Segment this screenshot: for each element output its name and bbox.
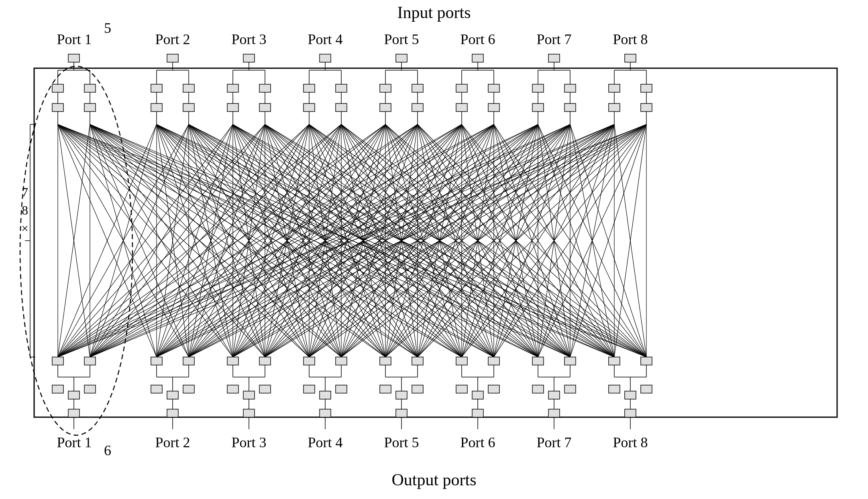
input-p1-top-node bbox=[68, 54, 79, 62]
input-p2-right-leaf bbox=[183, 84, 194, 92]
bottom-row-p6-left bbox=[456, 357, 467, 365]
output-port-3-label: Port 3 bbox=[231, 434, 266, 450]
top-row-p7-right bbox=[564, 103, 576, 112]
top-row-p2-right bbox=[183, 103, 194, 112]
output-port-8-label: Port 8 bbox=[613, 434, 648, 450]
out-p2-mid-node bbox=[167, 391, 178, 399]
input-p6-left-leaf bbox=[456, 84, 467, 92]
bottom-row-p2-left bbox=[151, 357, 162, 365]
out-p3-bottom-node bbox=[243, 409, 255, 417]
input-p7-left-leaf bbox=[532, 84, 544, 92]
input-p3-left-leaf bbox=[227, 84, 238, 92]
input-p1-left-leaf bbox=[52, 84, 63, 92]
label-8: 8 bbox=[22, 203, 28, 217]
out-p8-bottom-node bbox=[625, 409, 636, 417]
input-p8-right-leaf bbox=[641, 84, 652, 92]
output-port-1-label: Port 1 bbox=[57, 434, 92, 450]
bottom-row-p5-right bbox=[412, 357, 423, 365]
output-port-5-label: Port 5 bbox=[384, 434, 419, 450]
out-p3-right-mid bbox=[259, 385, 271, 393]
dashed-oval bbox=[20, 66, 132, 435]
output-ports-label: Output ports bbox=[391, 471, 476, 489]
out-p3-left-mid bbox=[227, 385, 238, 393]
bottom-row-p6-right bbox=[488, 357, 499, 365]
bottom-row-p8-right bbox=[641, 357, 652, 365]
label-x: × bbox=[21, 221, 29, 235]
input-ports-label: Input ports bbox=[397, 3, 471, 22]
out-p7-mid-node bbox=[548, 391, 560, 399]
top-row-p7-left bbox=[532, 103, 544, 112]
bottom-row-p4-right bbox=[336, 357, 347, 365]
input-p2-left-leaf bbox=[151, 84, 162, 92]
out-p6-right-mid bbox=[488, 385, 499, 393]
top-row-p8-left bbox=[609, 103, 620, 112]
top-row-p3-right bbox=[259, 103, 271, 112]
out-p6-left-mid bbox=[456, 385, 467, 393]
out-p4-right-mid bbox=[336, 385, 347, 393]
output-port-2-label: Port 2 bbox=[155, 434, 190, 450]
input-p6-right-leaf bbox=[488, 84, 499, 92]
input-p3-right-leaf bbox=[259, 84, 271, 92]
diagram-container: Input ports Port 1 Port 2 Port 3 Port 4 … bbox=[0, 0, 868, 499]
out-p8-mid-node bbox=[625, 391, 636, 399]
out-p1-left-mid bbox=[52, 385, 63, 393]
input-p4-left-leaf bbox=[304, 84, 315, 92]
top-row-p5-right bbox=[412, 103, 423, 112]
input-p5-top-node bbox=[396, 54, 407, 62]
out-p1-bottom-node bbox=[68, 409, 79, 417]
out-p4-left-mid bbox=[304, 385, 315, 393]
out-p7-left-mid bbox=[532, 385, 544, 393]
input-port-8-label: Port 8 bbox=[613, 31, 648, 47]
out-p8-right-mid bbox=[641, 385, 652, 393]
out-p1-mid-node bbox=[68, 391, 79, 399]
bottom-row-p3-right bbox=[259, 357, 271, 365]
out-p5-mid-node bbox=[396, 391, 407, 399]
input-port-3-label: Port 3 bbox=[231, 31, 266, 47]
out-p7-right-mid bbox=[564, 385, 576, 393]
top-row-p1-left bbox=[52, 103, 63, 112]
out-p5-left-mid bbox=[380, 385, 391, 393]
bottom-row-p1-right bbox=[84, 357, 96, 365]
bottom-row-p4-left bbox=[304, 357, 315, 365]
out-p1-right-mid bbox=[84, 385, 96, 393]
out-p5-right-mid bbox=[412, 385, 423, 393]
bottom-row-p5-left bbox=[380, 357, 391, 365]
input-p5-right-leaf bbox=[412, 84, 423, 92]
out-p8-left-mid bbox=[609, 385, 620, 393]
top-row-p8-right bbox=[641, 103, 652, 112]
input-p4-right-leaf bbox=[336, 84, 347, 92]
top-row-p6-left bbox=[456, 103, 467, 112]
out-p2-bottom-node bbox=[167, 409, 178, 417]
input-p1-right-leaf bbox=[84, 84, 96, 92]
input-p6-top-node bbox=[472, 54, 483, 62]
top-row-p4-left bbox=[304, 103, 315, 112]
input-p4-top-node bbox=[320, 54, 331, 62]
input-p5-left-leaf bbox=[380, 84, 391, 92]
input-port-1-label: Port 1 bbox=[57, 31, 92, 47]
bottom-row-p7-right bbox=[564, 357, 576, 365]
output-port-4-label: Port 4 bbox=[308, 434, 342, 450]
label-5: 5 bbox=[104, 20, 111, 36]
bottom-row-p1-left bbox=[52, 357, 63, 365]
input-p8-top-node bbox=[625, 54, 636, 62]
top-row-p6-right bbox=[488, 103, 499, 112]
top-row-p3-left bbox=[227, 103, 238, 112]
out-p6-mid-node bbox=[472, 391, 483, 399]
input-p3-top-node bbox=[243, 54, 255, 62]
input-p8-left-leaf bbox=[609, 84, 620, 92]
out-p7-bottom-node bbox=[548, 409, 560, 417]
out-p2-right-mid bbox=[183, 385, 194, 393]
out-p3-mid-node bbox=[243, 391, 255, 399]
input-port-2-label: Port 2 bbox=[155, 31, 190, 47]
input-port-7-label: Port 7 bbox=[536, 31, 571, 47]
input-port-6-label: Port 6 bbox=[460, 31, 495, 47]
top-row-p1-right bbox=[84, 103, 96, 112]
top-row-p2-left bbox=[151, 103, 162, 112]
out-p6-bottom-node bbox=[472, 409, 483, 417]
out-p2-left-mid bbox=[151, 385, 162, 393]
label-6: 6 bbox=[104, 442, 111, 458]
output-port-6-label: Port 6 bbox=[460, 434, 495, 450]
bottom-row-p3-left bbox=[227, 357, 238, 365]
out-p4-mid-node bbox=[320, 391, 331, 399]
top-row-p5-left bbox=[380, 103, 391, 112]
